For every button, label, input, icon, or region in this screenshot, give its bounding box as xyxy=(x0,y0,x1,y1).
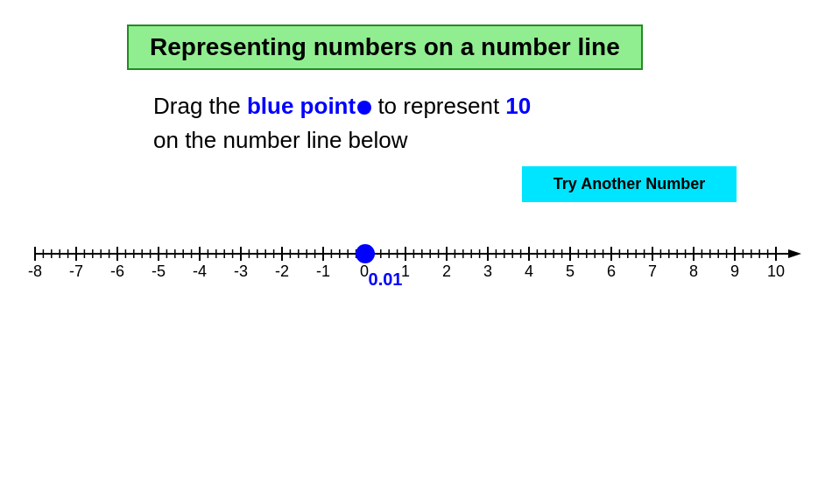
svg-text:-4: -4 xyxy=(193,262,207,280)
try-another-button[interactable]: Try Another Number xyxy=(522,166,737,202)
svg-text:-6: -6 xyxy=(110,262,124,280)
svg-text:-3: -3 xyxy=(234,262,248,280)
svg-text:9: 9 xyxy=(730,262,739,280)
target-number: 10 xyxy=(505,93,531,119)
number-line-container: -8 -7 -6 -5 -4 -3 -2 -1 0 1 2 3 4 5 6 7 xyxy=(26,234,814,287)
svg-marker-1 xyxy=(788,249,801,258)
instruction-part3: on the number line below xyxy=(153,127,408,153)
svg-text:-1: -1 xyxy=(316,262,330,280)
number-line-svg: -8 -7 -6 -5 -4 -3 -2 -1 0 1 2 3 4 5 6 7 xyxy=(26,234,814,287)
svg-text:4: 4 xyxy=(525,262,533,280)
svg-text:-5: -5 xyxy=(152,262,166,280)
blue-point[interactable] xyxy=(356,244,375,263)
instruction-part1: Drag the xyxy=(153,93,247,119)
svg-text:6: 6 xyxy=(607,262,616,280)
blue-dot-icon xyxy=(357,101,371,115)
svg-text:8: 8 xyxy=(689,262,698,280)
svg-text:7: 7 xyxy=(648,262,657,280)
svg-text:-7: -7 xyxy=(69,262,83,280)
title-box: Representing numbers on a number line xyxy=(127,24,643,70)
instruction-part2: to represent xyxy=(371,93,505,119)
svg-text:-8: -8 xyxy=(28,262,42,280)
instruction: Drag the blue point to represent 10 on t… xyxy=(153,89,832,158)
title-text: Representing numbers on a number line xyxy=(150,33,620,60)
svg-text:3: 3 xyxy=(483,262,492,280)
blue-point-label: blue point xyxy=(247,93,356,119)
svg-text:1: 1 xyxy=(401,262,410,280)
svg-text:2: 2 xyxy=(442,262,451,280)
svg-text:0.01: 0.01 xyxy=(369,270,403,287)
svg-text:-2: -2 xyxy=(275,262,289,280)
svg-text:0: 0 xyxy=(360,262,369,280)
svg-text:5: 5 xyxy=(566,262,575,280)
svg-text:10: 10 xyxy=(767,262,785,280)
